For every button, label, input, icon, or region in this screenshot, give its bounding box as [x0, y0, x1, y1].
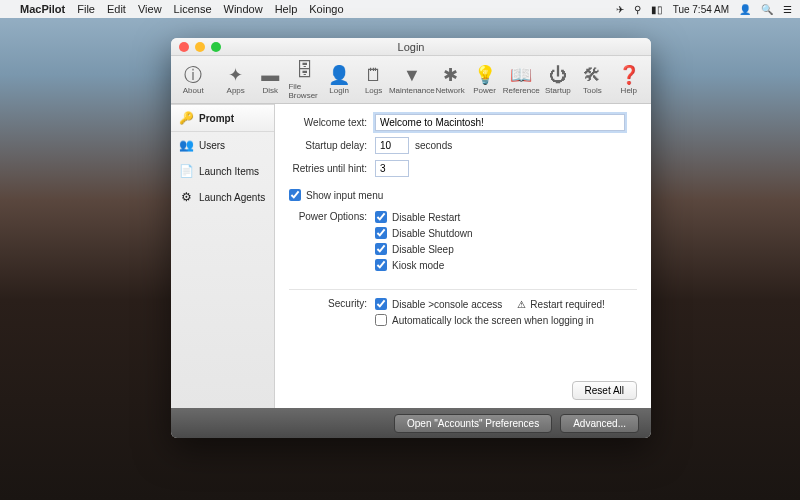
tools-icon: 🛠: [583, 64, 601, 86]
sidebar-item-launch-agents[interactable]: ⚙Launch Agents: [171, 184, 274, 210]
sidebar-item-label: Users: [199, 140, 225, 151]
user-icon[interactable]: 👤: [739, 4, 751, 15]
show-input-menu-checkbox[interactable]: [289, 189, 301, 201]
kiosk-mode-checkbox[interactable]: [375, 259, 387, 271]
toolbar-about[interactable]: ⓘAbout: [177, 64, 209, 95]
menu-window[interactable]: Window: [224, 3, 263, 15]
disable-restart-checkbox[interactable]: [375, 211, 387, 223]
toolbar-reference[interactable]: 📖Reference: [503, 64, 540, 95]
users-icon: 👥: [179, 138, 193, 152]
disable-console-label: Disable >console access: [392, 299, 502, 310]
restart-required-warning: ⚠Restart required!: [517, 299, 604, 310]
app-window: Login ⓘAbout ✦Apps ▬Disk 🗄File Browser 👤…: [171, 38, 651, 438]
advanced-button[interactable]: Advanced...: [560, 414, 639, 433]
welcome-text-input[interactable]: [375, 114, 625, 131]
battery-icon[interactable]: ▮▯: [651, 4, 663, 15]
person-icon: 👤: [328, 64, 350, 86]
sidebar-item-label: Launch Agents: [199, 192, 265, 203]
show-input-menu-label: Show input menu: [306, 190, 383, 201]
toolbar-login[interactable]: 👤Login: [323, 64, 355, 95]
disable-console-checkbox[interactable]: [375, 298, 387, 310]
menu-view[interactable]: View: [138, 3, 162, 15]
toolbar-network[interactable]: ✱Network: [434, 64, 466, 95]
auto-lock-label: Automatically lock the screen when loggi…: [392, 315, 594, 326]
content-pane: Welcome text: Startup delay: seconds Ret…: [275, 104, 651, 408]
reset-all-button[interactable]: Reset All: [572, 381, 637, 400]
sidebar-item-launch-items[interactable]: 📄Launch Items: [171, 158, 274, 184]
key-icon: 🔑: [179, 111, 193, 125]
sidebar: 🔑Prompt 👥Users 📄Launch Items ⚙Launch Age…: [171, 104, 275, 408]
open-accounts-button[interactable]: Open "Accounts" Preferences: [394, 414, 552, 433]
disable-shutdown-label: Disable Shutdown: [392, 228, 473, 239]
sidebar-item-users[interactable]: 👥Users: [171, 132, 274, 158]
security-label: Security:: [289, 298, 375, 309]
divider: [289, 289, 637, 290]
book-icon: 📖: [510, 64, 532, 86]
toolbar-apps[interactable]: ✦Apps: [219, 64, 251, 95]
startup-delay-label: Startup delay:: [289, 140, 375, 151]
funnel-icon: ▼: [403, 64, 421, 86]
menu-koingo[interactable]: Koingo: [309, 3, 343, 15]
menu-help[interactable]: Help: [275, 3, 298, 15]
app-menu[interactable]: MacPilot: [20, 3, 65, 15]
toolbar-logs[interactable]: 🗒Logs: [357, 64, 389, 95]
kiosk-mode-label: Kiosk mode: [392, 260, 444, 271]
disable-shutdown-checkbox[interactable]: [375, 227, 387, 239]
disable-restart-label: Disable Restart: [392, 212, 460, 223]
startup-delay-input[interactable]: [375, 137, 409, 154]
toolbar-help[interactable]: ❓Help: [613, 64, 645, 95]
close-button[interactable]: [179, 42, 189, 52]
titlebar[interactable]: Login: [171, 38, 651, 56]
window-title: Login: [171, 41, 651, 53]
zoom-button[interactable]: [211, 42, 221, 52]
minimize-button[interactable]: [195, 42, 205, 52]
toolbar-disk[interactable]: ▬Disk: [254, 64, 286, 95]
warning-icon: ⚠: [517, 299, 526, 310]
disk-icon: ▬: [261, 64, 279, 86]
document-icon: 🗒: [365, 64, 383, 86]
gear-icon: ⚙: [179, 190, 193, 204]
help-icon: ❓: [618, 64, 640, 86]
briefcase-icon: 🗄: [296, 60, 314, 82]
toolbar: ⓘAbout ✦Apps ▬Disk 🗄File Browser 👤Login …: [171, 56, 651, 104]
disable-sleep-label: Disable Sleep: [392, 244, 454, 255]
footer: Open "Accounts" Preferences Advanced...: [171, 408, 651, 438]
menubar: MacPilot File Edit View License Window H…: [0, 0, 800, 18]
menu-edit[interactable]: Edit: [107, 3, 126, 15]
toolbar-tools[interactable]: 🛠Tools: [576, 64, 608, 95]
sidebar-item-prompt[interactable]: 🔑Prompt: [171, 104, 274, 132]
retries-input[interactable]: [375, 160, 409, 177]
seconds-label: seconds: [415, 140, 452, 151]
globe-icon: ✱: [443, 64, 458, 86]
clock[interactable]: Tue 7:54 AM: [673, 4, 729, 15]
search-icon[interactable]: 🔍: [761, 4, 773, 15]
menu-file[interactable]: File: [77, 3, 95, 15]
toolbar-startup[interactable]: ⏻Startup: [542, 64, 574, 95]
welcome-label: Welcome text:: [289, 117, 375, 128]
menu-license[interactable]: License: [174, 3, 212, 15]
toolbar-file-browser[interactable]: 🗄File Browser: [288, 60, 320, 100]
bulb-icon: 💡: [474, 64, 496, 86]
wifi-icon[interactable]: ⚲: [634, 4, 641, 15]
toolbar-maintenance[interactable]: ▼Maintenance: [392, 64, 432, 95]
auto-lock-checkbox[interactable]: [375, 314, 387, 326]
page-icon: 📄: [179, 164, 193, 178]
info-icon: ⓘ: [184, 64, 202, 86]
sidebar-item-label: Prompt: [199, 113, 234, 124]
play-icon: ⏻: [549, 64, 567, 86]
location-icon[interactable]: ✈: [616, 4, 624, 15]
menubar-right: ✈ ⚲ ▮▯ Tue 7:54 AM 👤 🔍 ☰: [616, 4, 792, 15]
power-options-label: Power Options:: [289, 211, 375, 222]
disable-sleep-checkbox[interactable]: [375, 243, 387, 255]
menu-icon[interactable]: ☰: [783, 4, 792, 15]
toolbar-power[interactable]: 💡Power: [468, 64, 500, 95]
apps-icon: ✦: [228, 64, 243, 86]
sidebar-item-label: Launch Items: [199, 166, 259, 177]
retries-label: Retries until hint:: [289, 163, 375, 174]
